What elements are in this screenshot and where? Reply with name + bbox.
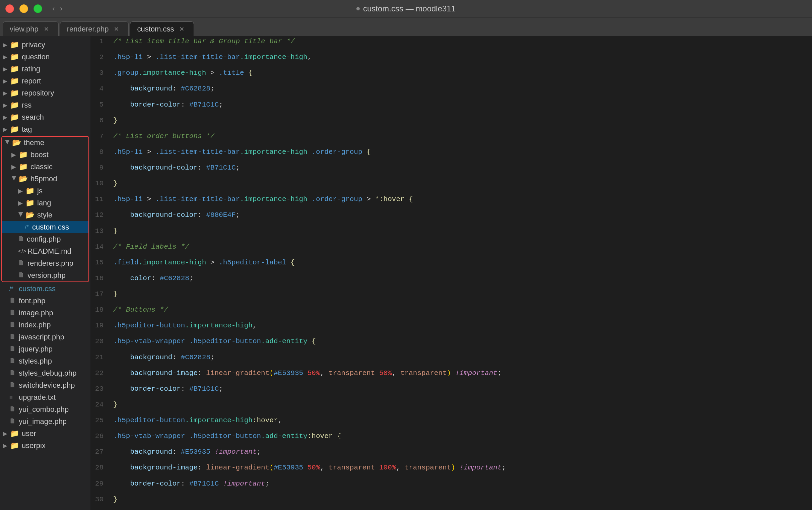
back-arrow[interactable]: ‹ bbox=[50, 4, 57, 13]
tab-custom-close[interactable]: ✕ bbox=[178, 25, 185, 33]
sidebar-item-privacy[interactable]: ▶ 📁 privacy bbox=[0, 39, 90, 51]
folder-icon: 📁 bbox=[10, 53, 19, 61]
sidebar-item-font-php[interactable]: font.php bbox=[0, 295, 90, 307]
sidebar-item-rss[interactable]: ▶ 📁 rss bbox=[0, 99, 90, 111]
sidebar-item-label: README.md bbox=[27, 247, 71, 256]
sidebar-item-jquery-php[interactable]: jquery.php bbox=[0, 343, 90, 355]
sidebar-item-user[interactable]: ▶ 📁 user bbox=[0, 428, 90, 440]
fullscreen-button[interactable] bbox=[33, 4, 42, 13]
sidebar-item-lang[interactable]: ▶ 📁 lang bbox=[2, 197, 88, 209]
line-content: } bbox=[109, 289, 812, 305]
sidebar-item-styles-debug-php[interactable]: styles_debug.php bbox=[0, 367, 90, 379]
arrow-icon: ▶ bbox=[3, 65, 9, 73]
arrow-icon: ▶ bbox=[3, 442, 9, 449]
sidebar-item-label: switchdevice.php bbox=[19, 381, 75, 390]
folder-open-icon: 📂 bbox=[19, 175, 28, 183]
line-number: 26 bbox=[90, 431, 109, 447]
line-number: 1 bbox=[90, 36, 109, 52]
file-php-icon bbox=[9, 345, 17, 353]
line-number: 27 bbox=[90, 447, 109, 462]
sidebar-item-index-php[interactable]: index.php bbox=[0, 319, 90, 331]
code-editor[interactable]: 1 /* List item title bar & Group title b… bbox=[90, 36, 812, 510]
close-button[interactable] bbox=[5, 4, 14, 13]
sidebar-item-yui-image-php[interactable]: yui_image.php bbox=[0, 416, 90, 428]
table-row: 8 .h5p-li > .list-item-title-bar.importa… bbox=[90, 147, 812, 163]
table-row: 29 border-color: #B71C1C !important; bbox=[90, 479, 812, 494]
line-number: 17 bbox=[90, 289, 109, 305]
sidebar-item-question[interactable]: ▶ 📁 question bbox=[0, 51, 90, 63]
fwd-arrow[interactable]: › bbox=[58, 4, 64, 13]
sidebar-item-yui-combo-php[interactable]: yui_combo.php bbox=[0, 403, 90, 416]
sidebar-item-search[interactable]: ▶ 📁 search bbox=[0, 111, 90, 123]
file-php-icon bbox=[18, 259, 25, 268]
sidebar-item-custom-css-2[interactable]: /* custom.css bbox=[0, 283, 90, 295]
file-md-icon: </> bbox=[18, 248, 25, 255]
line-content: /* Buttons */ bbox=[109, 305, 812, 320]
sidebar-item-repository[interactable]: ▶ 📁 repository bbox=[0, 87, 90, 99]
table-row: 14 /* Field labels */ bbox=[90, 242, 812, 257]
sidebar-item-readme-md[interactable]: </> README.md bbox=[2, 245, 88, 257]
line-number: 28 bbox=[90, 462, 109, 478]
tab-custom-label: custom.css bbox=[137, 25, 174, 33]
sidebar-item-label: repository bbox=[22, 89, 54, 97]
line-content: background: #C62828; bbox=[109, 352, 812, 368]
line-number: 2 bbox=[90, 52, 109, 68]
sidebar-item-custom-css[interactable]: /* custom.css bbox=[2, 221, 88, 233]
sidebar-item-styles-php[interactable]: styles.php bbox=[0, 355, 90, 367]
arrow-icon: ▶ bbox=[3, 89, 9, 97]
folder-icon: 📁 bbox=[19, 150, 28, 159]
sidebar-item-tag[interactable]: ▶ 📁 tag bbox=[0, 123, 90, 135]
sidebar-item-javascript-php[interactable]: javascript.php bbox=[0, 331, 90, 343]
sidebar-item-js[interactable]: ▶ 📁 js bbox=[2, 185, 88, 197]
sidebar-item-renderers-php[interactable]: renderers.php bbox=[2, 257, 88, 270]
file-tree: ▶ 📁 privacy ▶ 📁 question ▶ 📁 rating ▶ 📁 … bbox=[0, 36, 90, 510]
line-number: 19 bbox=[90, 320, 109, 336]
line-content: .h5p-li > .list-item-title-bar.importanc… bbox=[109, 147, 812, 163]
sidebar-item-config-php[interactable]: config.php bbox=[2, 233, 88, 245]
sidebar-item-version-php[interactable]: version.php bbox=[2, 270, 88, 281]
sidebar-item-userpix[interactable]: ▶ 📁 userpix bbox=[0, 440, 90, 452]
tab-custom[interactable]: custom.css ✕ bbox=[130, 22, 194, 36]
sidebar-item-boost[interactable]: ▶ 📁 boost bbox=[2, 149, 88, 161]
sidebar-item-h5pmod[interactable]: ▶ 📂 h5pmod bbox=[2, 173, 88, 185]
file-php-icon bbox=[9, 369, 17, 378]
file-php-icon bbox=[9, 309, 17, 317]
arrow-icon: ▶ bbox=[18, 199, 24, 207]
table-row: 1 /* List item title bar & Group title b… bbox=[90, 36, 812, 52]
tab-view-close[interactable]: ✕ bbox=[42, 25, 50, 33]
line-number: 22 bbox=[90, 368, 109, 384]
sidebar-item-label: classic bbox=[30, 163, 53, 171]
tab-view[interactable]: view.php ✕ bbox=[3, 22, 59, 36]
line-number: 30 bbox=[90, 494, 109, 510]
line-number: 21 bbox=[90, 352, 109, 368]
sidebar-item-rating[interactable]: ▶ 📁 rating bbox=[0, 63, 90, 75]
line-content: /* List item title bar & Group title bar… bbox=[109, 36, 812, 52]
sidebar-item-label: custom.css bbox=[32, 223, 69, 231]
nav-arrows: ‹ › bbox=[50, 4, 65, 13]
sidebar-item-label: rating bbox=[22, 65, 40, 74]
table-row: 12 background-color: #880E4F; bbox=[90, 210, 812, 226]
minimize-button[interactable] bbox=[20, 4, 28, 13]
table-row: 17 } bbox=[90, 289, 812, 305]
line-content: .h5p-li > .list-item-title-bar.importanc… bbox=[109, 194, 812, 210]
folder-icon: 📁 bbox=[10, 65, 19, 74]
sidebar-item-classic[interactable]: ▶ 📁 classic bbox=[2, 161, 88, 173]
sidebar-item-switchdevice-php[interactable]: switchdevice.php bbox=[0, 379, 90, 391]
line-content: } bbox=[109, 115, 812, 131]
sidebar-item-label: boost bbox=[30, 150, 49, 159]
line-content: .h5p-li > .list-item-title-bar.importanc… bbox=[109, 52, 812, 68]
file-css-icon: /* bbox=[25, 224, 31, 231]
sidebar-item-upgrade-txt[interactable]: ≡ upgrade.txt bbox=[0, 391, 90, 403]
folder-icon: 📁 bbox=[10, 40, 19, 49]
tab-renderer-close[interactable]: ✕ bbox=[113, 25, 120, 33]
table-row: 6 } bbox=[90, 115, 812, 131]
line-number: 9 bbox=[90, 163, 109, 178]
arrow-icon: ▶ bbox=[3, 126, 9, 133]
line-number: 29 bbox=[90, 479, 109, 494]
sidebar-item-theme[interactable]: ▶ 📂 theme bbox=[2, 137, 88, 149]
tab-renderer[interactable]: renderer.php ✕ bbox=[60, 22, 129, 36]
sidebar-item-report[interactable]: ▶ 📁 report bbox=[0, 75, 90, 87]
sidebar-item-image-php[interactable]: image.php bbox=[0, 307, 90, 319]
sidebar-item-style[interactable]: ▶ 📂 style bbox=[2, 209, 88, 221]
sidebar-item-label: font.php bbox=[19, 296, 46, 305]
